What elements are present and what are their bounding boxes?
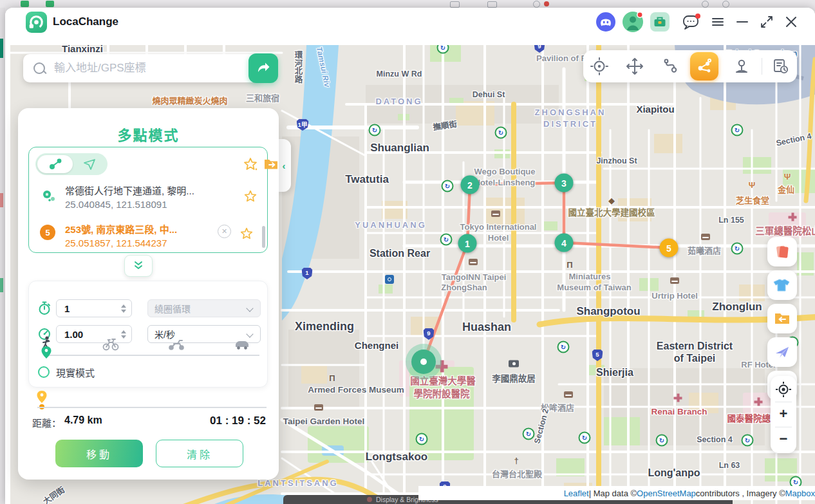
joystick-mode-icon[interactable] [730,55,753,78]
bike-share-icon: ↻ [495,127,507,139]
route-point-item-selected[interactable]: 253號, 南京東路三段, 中... 25.051857, 121.544237 [65,222,289,248]
background-pin-icon [544,1,549,6]
bike-share-icon: ↻ [731,124,744,136]
car-speed-icon[interactable] [232,335,252,352]
loop-mode-dropdown-disabled[interactable]: 繞圈循環 [147,299,261,317]
speed-input[interactable] [56,325,132,343]
loop-count-value[interactable] [63,303,121,315]
clear-button[interactable]: 清除 [156,440,243,467]
move-button[interactable]: 移動 [55,440,143,467]
route-marker-2[interactable]: 2 [461,176,480,194]
mode-segmented-toggle[interactable] [35,153,108,175]
attribution-text: | Map data © [589,489,637,498]
favorite-star-icon[interactable] [239,226,254,241]
mapbox-link[interactable]: Mapbox [785,489,815,498]
import-folder-icon[interactable] [262,155,280,173]
background-window-icon [450,1,460,8]
favorite-star-icon[interactable] [243,189,258,204]
background-app-icon [46,1,54,7]
route-marker-4[interactable]: 4 [555,234,574,252]
speed-slider-pin[interactable] [41,346,52,360]
realistic-mode-radio[interactable] [38,366,50,378]
app-window: Tianxinzi環河北路Tamsui RivMinzu W RdDATONG撫… [5,8,815,504]
menu-button[interactable] [707,11,729,33]
search-bar[interactable] [23,54,263,82]
bike-share-icon: ↻ [579,432,591,444]
background-accent [0,39,3,58]
route-marker-5[interactable]: 5 [660,239,679,257]
route-marker-3[interactable]: 3 [555,174,574,192]
route-start-dot [420,359,427,365]
search-icon [33,62,45,74]
toolbox-button[interactable] [649,11,671,33]
search-input[interactable] [53,61,263,75]
realistic-mode-label: 現實模式 [56,366,95,379]
attribution-text: contributors , Imagery © [696,489,785,498]
cards-feature-button[interactable] [767,237,797,266]
stepper-arrows[interactable] [121,330,126,339]
background-accent [0,278,3,292]
start-point-icon [41,187,57,204]
background-window-icon [367,497,372,502]
remove-point-icon[interactable]: ✕ [218,225,231,238]
joystick-move-mode-icon[interactable] [623,55,646,78]
background-info-icon [533,1,540,8]
point-coords: 25.051857, 121.544237 [65,238,289,248]
loop-mode-value: 繞圈循環 [155,302,191,315]
two-spot-mode-icon[interactable] [659,55,682,78]
search-go-button[interactable] [248,53,278,83]
motorcycle-speed-icon[interactable] [167,335,186,352]
share-plane-button[interactable] [767,337,797,367]
bike-share-icon: ↻ [523,428,535,440]
discord-button[interactable] [595,11,617,33]
progress-slider-pin[interactable] [36,390,48,404]
movement-settings-card: 繞圈循環 米/秒 [28,281,268,387]
bike-share-icon: ↻ [742,434,754,447]
app-logo-icon [26,12,47,33]
locate-button[interactable] [771,377,796,402]
stepper-arrows[interactable] [121,304,126,313]
route-mode-segment[interactable] [37,155,73,173]
bike-share-icon: ↻ [416,433,428,445]
titlebar: LocaChange [5,8,815,37]
progress-slider-track[interactable] [37,407,267,408]
account-avatar[interactable] [622,11,644,33]
list-scrollbar[interactable] [262,226,265,248]
map-attribution: Leaflet | Map data © OpenStreetMap contr… [418,486,815,500]
history-records-icon[interactable] [769,55,792,78]
background-app-icon [21,1,29,7]
map-zoom-control: + − [771,376,796,453]
bicycle-speed-icon[interactable] [101,335,120,352]
bike-share-icon: ↻ [440,234,453,246]
osm-link[interactable]: OpenStreetMap [637,489,696,498]
bike-share-icon: ↻ [656,434,668,447]
import-export-folder-button[interactable] [767,304,797,333]
speed-slider-track[interactable] [46,355,259,356]
loop-count-input[interactable] [56,299,132,317]
background-icon [702,1,709,8]
close-button[interactable] [780,11,802,33]
skin-feature-button[interactable] [767,270,797,300]
teleport-mode-segment[interactable] [73,155,106,173]
screen: Tianxinzi環河北路Tamsui RivMinzu W RdDATONG撫… [0,0,815,504]
feedback-chat-button[interactable] [680,11,702,33]
chevron-down-icon [246,304,253,312]
background-accent [0,193,3,207]
maximize-button[interactable] [756,11,778,33]
background-window-icon [487,1,497,8]
zoom-out-button[interactable]: − [771,427,796,451]
bike-share-icon: ↻ [731,243,744,255]
loop-count-icon [37,301,52,316]
panel-title: 多點模式 [18,124,279,144]
teleport-mode-icon[interactable] [588,55,611,78]
route-marker-1[interactable]: 1 [458,234,477,253]
background-desktop-edge [0,8,5,504]
zoom-in-button[interactable]: + [771,402,796,426]
minimize-button[interactable] [731,11,753,33]
collect-star-icon[interactable] [241,155,259,173]
multi-spot-panel: 多點模式 [18,108,279,480]
leaflet-link[interactable]: Leaflet [564,489,589,498]
expand-list-button[interactable] [124,255,153,277]
bike-share-icon: ↻ [369,124,381,136]
multi-spot-mode-button-selected[interactable] [690,52,718,80]
